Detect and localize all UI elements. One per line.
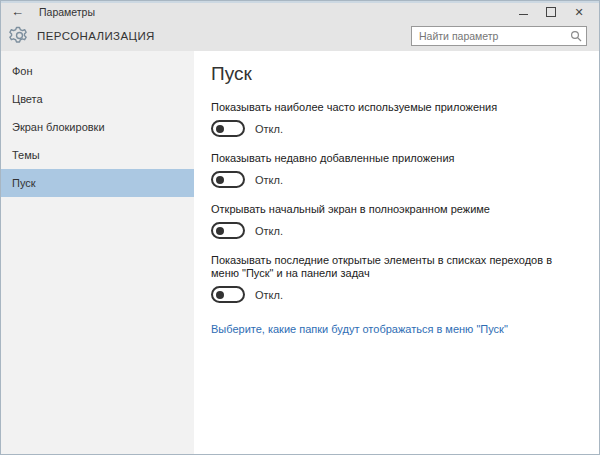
toggle-knob bbox=[216, 227, 224, 235]
toggle-list: Показывать наиболее часто используемые п… bbox=[211, 101, 579, 303]
top-band: ← Параметры ✕ ПЕРСОНАЛИЗАЦИЯ bbox=[1, 1, 599, 51]
toggle-state-label: Откл. bbox=[255, 289, 283, 301]
toggle-state-label: Откл. bbox=[255, 123, 283, 135]
search-input[interactable] bbox=[412, 30, 568, 42]
setting-group: Показывать недавно добавленные приложени… bbox=[211, 152, 579, 188]
gear-icon bbox=[9, 25, 30, 46]
minimize-button[interactable] bbox=[509, 1, 537, 23]
setting-group: Открывать начальный экран в полноэкранно… bbox=[211, 203, 579, 239]
sidebar-item-themes[interactable]: Темы bbox=[1, 141, 194, 169]
toggle-row: Откл. bbox=[211, 222, 579, 239]
toggle-switch[interactable] bbox=[211, 171, 245, 188]
toggle-row: Откл. bbox=[211, 286, 579, 303]
setting-label: Показывать последние открытые элементы в… bbox=[211, 254, 563, 280]
setting-label: Показывать недавно добавленные приложени… bbox=[211, 152, 563, 165]
toggle-row: Откл. bbox=[211, 171, 579, 188]
setting-label: Показывать наиболее часто используемые п… bbox=[211, 101, 563, 114]
toggle-row: Откл. bbox=[211, 120, 579, 137]
toggle-knob bbox=[216, 291, 224, 299]
header: ПЕРСОНАЛИЗАЦИЯ bbox=[1, 23, 599, 51]
setting-label: Открывать начальный экран в полноэкранно… bbox=[211, 203, 563, 216]
toggle-knob bbox=[216, 125, 224, 133]
toggle-switch[interactable] bbox=[211, 120, 245, 137]
toggle-state-label: Откл. bbox=[255, 174, 283, 186]
minimize-icon bbox=[519, 14, 528, 15]
window-controls: ✕ bbox=[509, 1, 593, 23]
titlebar: ← Параметры ✕ bbox=[1, 1, 599, 23]
sidebar-item-start[interactable]: Пуск bbox=[1, 169, 194, 197]
sidebar-item-background[interactable]: Фон bbox=[1, 57, 194, 85]
toggle-switch[interactable] bbox=[211, 222, 245, 239]
search-box[interactable] bbox=[411, 26, 587, 46]
app-section-title: ПЕРСОНАЛИЗАЦИЯ bbox=[37, 30, 155, 42]
maximize-button[interactable] bbox=[537, 1, 565, 23]
setting-group: Показывать последние открытые элементы в… bbox=[211, 254, 579, 303]
search-icon[interactable] bbox=[568, 28, 584, 44]
setting-group: Показывать наиболее часто используемые п… bbox=[211, 101, 579, 137]
sidebar-item-lockscreen[interactable]: Экран блокировки bbox=[1, 113, 194, 141]
close-button[interactable]: ✕ bbox=[565, 1, 593, 23]
toggle-state-label: Откл. bbox=[255, 225, 283, 237]
window-title: Параметры bbox=[39, 6, 95, 18]
main-content: Пуск Показывать наиболее часто используе… bbox=[194, 51, 599, 454]
settings-window: ← Параметры ✕ ПЕРСОНАЛИЗАЦИЯ bbox=[0, 0, 600, 455]
maximize-icon bbox=[546, 7, 556, 17]
sidebar: ФонЦветаЭкран блокировкиТемыПуск bbox=[1, 51, 194, 454]
back-button[interactable]: ← bbox=[11, 4, 24, 19]
choose-folders-link[interactable]: Выберите, какие папки будут отображаться… bbox=[211, 322, 508, 336]
toggle-knob bbox=[216, 176, 224, 184]
toggle-switch[interactable] bbox=[211, 286, 245, 303]
sidebar-item-colors[interactable]: Цвета bbox=[1, 85, 194, 113]
page-title: Пуск bbox=[211, 63, 579, 85]
